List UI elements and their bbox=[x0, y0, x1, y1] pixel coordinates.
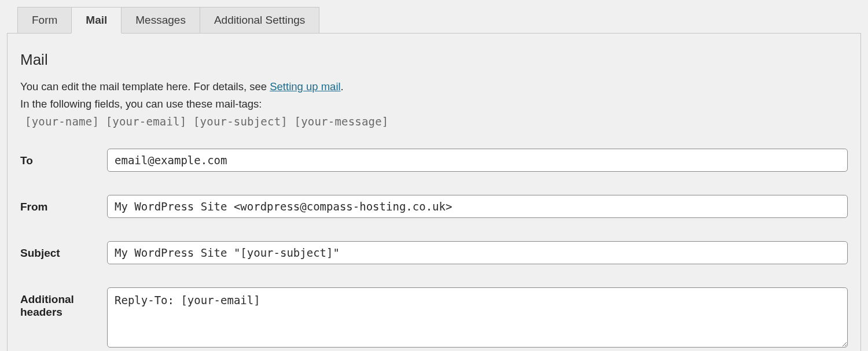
label-additional-headers: Additional headers bbox=[20, 287, 107, 319]
mailtags-list: [your-name] [your-email] [your-subject] … bbox=[25, 115, 848, 128]
setting-up-mail-link[interactable]: Setting up mail bbox=[270, 80, 340, 93]
textarea-additional-headers[interactable] bbox=[107, 287, 848, 348]
input-subject[interactable] bbox=[107, 241, 848, 264]
tab-additional-settings[interactable]: Additional Settings bbox=[200, 7, 319, 33]
label-to: To bbox=[20, 149, 107, 167]
help-line-1-prefix: You can edit the mail template here. For… bbox=[20, 80, 270, 93]
mail-panel: Mail You can edit the mail template here… bbox=[7, 33, 861, 351]
label-from: From bbox=[20, 195, 107, 213]
row-subject: Subject bbox=[20, 241, 848, 264]
tab-form[interactable]: Form bbox=[17, 7, 72, 33]
row-from: From bbox=[20, 195, 848, 218]
label-subject: Subject bbox=[20, 241, 107, 260]
mail-form: To From Subject Additional headers bbox=[20, 149, 848, 350]
input-to[interactable] bbox=[107, 149, 848, 172]
input-from[interactable] bbox=[107, 195, 848, 218]
row-additional-headers: Additional headers bbox=[20, 287, 848, 350]
tab-mail[interactable]: Mail bbox=[71, 7, 122, 34]
panel-heading: Mail bbox=[20, 51, 848, 69]
tabs: Form Mail Messages Additional Settings bbox=[17, 7, 861, 33]
row-to: To bbox=[20, 149, 848, 172]
help-line-2: In the following fields, you can use the… bbox=[20, 97, 848, 112]
help-line-1-suffix: . bbox=[341, 80, 344, 93]
help-line-1: You can edit the mail template here. For… bbox=[20, 79, 848, 94]
tab-messages[interactable]: Messages bbox=[121, 7, 200, 33]
